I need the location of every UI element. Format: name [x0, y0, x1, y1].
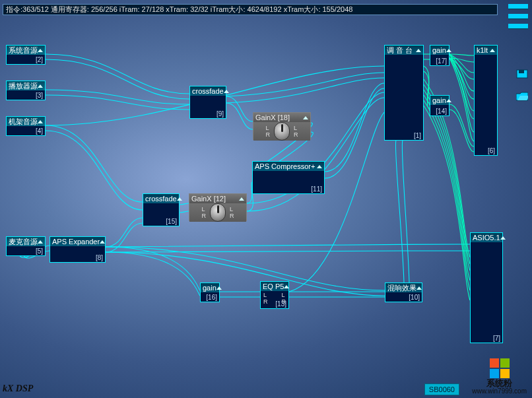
node-title: k1lt	[475, 46, 497, 55]
node-eq[interactable]: EQ P5 LR LR [13]	[260, 281, 289, 309]
node-k1lt[interactable]: k1lt [6]	[474, 45, 498, 156]
collapse-icon[interactable]	[284, 285, 289, 288]
gain-knob[interactable]	[210, 203, 226, 222]
node-rack-source[interactable]: 机架音源 [4]	[6, 116, 46, 136]
node-gainx-18[interactable]: GainX [18] LR LR	[253, 112, 311, 140]
node-gain-16[interactable]: gain [16]	[200, 282, 220, 302]
node-title: APS Expander	[50, 237, 105, 246]
node-crossfade-15[interactable]: crossfade [15]	[143, 193, 180, 226]
collapse-icon[interactable]	[416, 286, 422, 290]
node-title: APS Compressor+	[253, 162, 324, 171]
device-badge: SB0060	[424, 383, 459, 395]
node-reverb[interactable]: 混响效果 [10]	[385, 282, 422, 302]
node-title: 机架音源	[7, 117, 45, 126]
collapse-icon[interactable]	[317, 165, 322, 168]
node-system-source[interactable]: 系统音源 [2]	[6, 45, 46, 65]
node-title: EQ P5	[261, 282, 288, 291]
collapse-icon[interactable]	[100, 240, 105, 244]
node-title: GainX [12]	[189, 194, 246, 203]
node-gain-14[interactable]: gain [14]	[430, 95, 449, 116]
collapse-icon[interactable]	[177, 197, 182, 201]
collapse-icon[interactable]	[216, 286, 222, 290]
node-crossfade-9[interactable]: crossfade [9]	[189, 86, 226, 119]
node-compressor[interactable]: APS Compressor+ [11]	[252, 161, 325, 194]
node-mic-source[interactable]: 麦克音源 [5]	[6, 236, 46, 256]
collapse-icon[interactable]	[446, 49, 451, 52]
node-player-source[interactable]: 播放器源 [3]	[6, 81, 46, 100]
node-title: 麦克音源	[7, 237, 45, 246]
wire-layer	[0, 0, 532, 398]
collapse-icon[interactable]	[38, 49, 43, 52]
node-mixer[interactable]: 调 音 台 [1]	[384, 45, 424, 141]
node-title: 调 音 台	[385, 46, 423, 55]
node-asio[interactable]: ASIO5.1 [7]	[470, 232, 503, 343]
collapse-icon[interactable]	[239, 197, 244, 201]
node-title: gain	[430, 96, 449, 105]
gain-knob[interactable]	[274, 122, 290, 141]
node-title: crossfade	[190, 86, 226, 96]
windows-logo-icon	[490, 358, 510, 378]
lr-in: LR	[263, 292, 268, 307]
lr-out: LR	[294, 125, 298, 138]
collapse-icon[interactable]	[224, 90, 229, 93]
node-gain-17[interactable]: gain [17]	[430, 45, 449, 66]
lr-in: LR	[202, 207, 207, 219]
node-title: 系统音源	[7, 46, 45, 55]
collapse-icon[interactable]	[446, 99, 451, 102]
brand-label: kX DSP	[3, 383, 33, 394]
node-title: ASIO5.1	[471, 233, 502, 242]
collapse-icon[interactable]	[38, 120, 43, 123]
node-title: gain	[430, 46, 449, 55]
lr-in: LR	[266, 125, 271, 138]
patch-canvas[interactable]: 系统音源 [2] 播放器源 [3] 机架音源 [4] 麦克音源 [5] APS …	[0, 0, 532, 398]
node-title: 混响效果	[385, 283, 422, 292]
watermark-url: www.win7999.com	[472, 387, 527, 395]
collapse-icon[interactable]	[303, 116, 308, 119]
node-title: GainX [18]	[253, 113, 310, 122]
watermark-title: 系统粉	[472, 380, 527, 387]
node-title: gain	[201, 283, 219, 292]
node-title: crossfade	[143, 194, 179, 203]
node-expander[interactable]: APS Expander [8]	[50, 236, 106, 263]
node-title: 播放器源	[7, 81, 45, 90]
watermark: 系统粉 www.win7999.com	[472, 358, 527, 395]
lr-out: LR	[230, 207, 234, 219]
collapse-icon[interactable]	[38, 240, 43, 244]
node-gainx-12[interactable]: GainX [12] LR LR	[189, 193, 247, 221]
collapse-icon[interactable]	[500, 236, 506, 240]
collapse-icon[interactable]	[416, 49, 421, 52]
collapse-icon[interactable]	[38, 84, 43, 88]
lr-out: LR	[282, 292, 286, 307]
collapse-icon[interactable]	[490, 49, 495, 52]
